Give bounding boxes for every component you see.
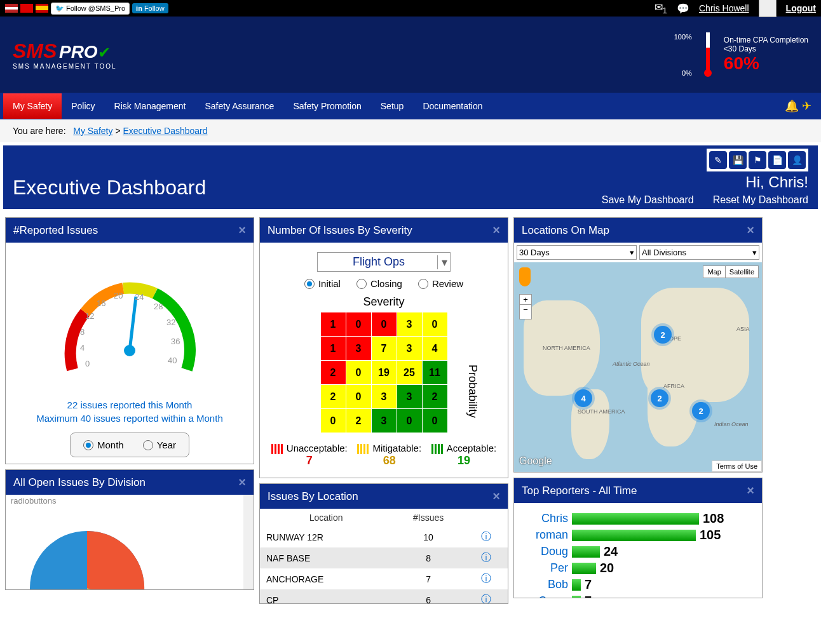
world-map[interactable]: NORTH AMERICA SOUTH AMERICA EUROPE AFRIC…: [514, 262, 762, 472]
matrix-cell[interactable]: 2: [320, 361, 346, 385]
doc-icon[interactable]: 📄: [768, 151, 786, 169]
info-icon[interactable]: ⓘ: [481, 531, 491, 542]
svg-text:28: 28: [154, 302, 163, 311]
map-pin[interactable]: 2: [654, 326, 672, 344]
edit-icon[interactable]: ✎: [709, 151, 727, 169]
matrix-cell[interactable]: 0: [371, 312, 397, 337]
matrix-cell[interactable]: 2: [320, 385, 346, 409]
matrix-cell[interactable]: 3: [346, 337, 371, 361]
svg-text:24: 24: [135, 292, 144, 302]
info-icon[interactable]: ⓘ: [481, 594, 491, 604]
matrix-cell[interactable]: 1: [320, 337, 346, 361]
zoom-control[interactable]: +−: [519, 294, 532, 319]
matrix-cell[interactable]: 0: [422, 312, 447, 337]
matrix-cell[interactable]: 2: [422, 385, 447, 409]
gauge-line2: Maximum 40 issues reported within a Mont…: [12, 413, 247, 424]
close-icon[interactable]: ×: [238, 223, 246, 238]
plane-icon[interactable]: ✈: [802, 99, 811, 113]
nav-item-policy[interactable]: Policy: [62, 93, 104, 119]
nav-item-setup[interactable]: Setup: [371, 93, 414, 119]
flag-us-icon[interactable]: [5, 4, 18, 13]
matrix-cell[interactable]: 11: [422, 361, 447, 385]
matrix-cell[interactable]: 3: [371, 385, 397, 409]
radio-closing[interactable]: Closing: [356, 278, 402, 289]
map-type-toggle[interactable]: MapSatellite: [703, 265, 759, 278]
matrix-cell[interactable]: 0: [320, 409, 346, 433]
reporter-row: Crazy7: [520, 594, 756, 598]
matrix-cell[interactable]: 3: [397, 385, 422, 409]
nav-item-risk-management[interactable]: Risk Management: [105, 93, 196, 119]
widget-issues-location: Issues By Location× Location#Issues RUNW…: [259, 483, 508, 604]
matrix-cell[interactable]: 4: [422, 337, 447, 361]
flag-cn-icon[interactable]: [20, 4, 33, 13]
matrix-cell[interactable]: 25: [397, 361, 422, 385]
matrix-cell[interactable]: 0: [346, 312, 371, 337]
mail-icon[interactable]: ✉1: [655, 1, 667, 15]
matrix-cell[interactable]: 2: [346, 409, 371, 433]
map-pin[interactable]: 2: [692, 402, 710, 420]
info-icon[interactable]: ⓘ: [481, 573, 491, 584]
info-icon[interactable]: ⓘ: [481, 552, 491, 563]
reporter-row: Per20: [520, 561, 756, 575]
matrix-cell[interactable]: 1: [320, 312, 346, 337]
flag-icon[interactable]: ⚑: [749, 151, 766, 169]
nav-item-my-safety[interactable]: My Safety: [3, 93, 62, 119]
table-row: NAF BASE8ⓘ: [260, 547, 508, 568]
breadcrumb-l1[interactable]: My Safety: [73, 126, 112, 136]
nav-item-safety-promotion[interactable]: Safety Promotion: [283, 93, 370, 119]
radio-review[interactable]: Review: [418, 278, 463, 289]
matrix-cell[interactable]: 3: [371, 409, 397, 433]
flag-es-icon[interactable]: [36, 4, 48, 13]
main-nav: My SafetyPolicyRisk ManagementSafety Ass…: [0, 93, 821, 119]
division-select[interactable]: Flight Ops ▾: [317, 252, 451, 272]
svg-text:20: 20: [114, 291, 123, 300]
close-icon[interactable]: ×: [747, 483, 754, 498]
map-pin[interactable]: 4: [574, 389, 592, 407]
breadcrumb-l2[interactable]: Executive Dashboard: [123, 126, 207, 136]
close-icon[interactable]: ×: [492, 489, 500, 504]
radio-month[interactable]: Month: [83, 439, 124, 450]
nav-item-safety-assurance[interactable]: Safety Assurance: [195, 93, 283, 119]
matrix-cell[interactable]: 19: [371, 361, 397, 385]
widget-top-reporters: Top Reporters - All Time× Chris108roman1…: [513, 478, 763, 598]
logout-link[interactable]: Logout: [786, 3, 816, 13]
twitter-follow-button[interactable]: 🐦Follow @SMS_Pro: [51, 3, 130, 15]
kpi-percent: 60%: [724, 53, 808, 74]
matrix-cell[interactable]: 0: [397, 409, 422, 433]
widget-title: Locations On Map: [522, 224, 609, 237]
matrix-cell[interactable]: 3: [397, 312, 422, 337]
widget-map: Locations On Map× 30 Days▾ All Divisions…: [513, 217, 763, 473]
widget-title: Number Of Issues By Severity: [268, 224, 412, 237]
kpi-subtitle: <30 Days: [724, 44, 808, 53]
nav-item-documentation[interactable]: Documentation: [413, 93, 492, 119]
map-pin[interactable]: 2: [651, 389, 668, 407]
scrollbar[interactable]: [243, 495, 254, 590]
matrix-cell[interactable]: 3: [397, 337, 422, 361]
close-icon[interactable]: ×: [747, 223, 754, 238]
table-row: RUNWAY 12R10ⓘ: [260, 527, 508, 547]
reset-dashboard-button[interactable]: Reset My Dashboard: [713, 194, 808, 206]
save-icon[interactable]: 💾: [729, 151, 747, 169]
save-dashboard-button[interactable]: Save My Dashboard: [602, 194, 694, 206]
avatar[interactable]: [759, 0, 777, 17]
username-link[interactable]: Chris Howell: [699, 3, 749, 13]
pegman-icon[interactable]: [519, 267, 531, 286]
close-icon[interactable]: ×: [492, 223, 500, 238]
linkedin-follow-button[interactable]: in Follow: [132, 3, 168, 13]
matrix-cell[interactable]: 0: [346, 361, 371, 385]
thermometer-icon: [702, 32, 714, 77]
close-icon[interactable]: ×: [238, 475, 246, 490]
matrix-cell[interactable]: 0: [346, 385, 371, 409]
map-period-select[interactable]: 30 Days▾: [517, 245, 637, 260]
matrix-cell[interactable]: 7: [371, 337, 397, 361]
reporter-row: Bob7: [520, 577, 756, 592]
terms-link[interactable]: Terms of Use: [712, 460, 762, 472]
radio-year[interactable]: Year: [143, 439, 176, 450]
chat-icon[interactable]: 💬: [677, 3, 689, 15]
radio-initial[interactable]: Initial: [304, 278, 341, 289]
user-icon[interactable]: 👤: [788, 151, 806, 169]
bell-icon[interactable]: 🔔: [785, 99, 799, 113]
map-division-select[interactable]: All Divisions▾: [639, 245, 759, 260]
widget-reported-issues: #Reported Issues× 0 4 8 12 16 20 24 28: [5, 217, 254, 464]
matrix-cell[interactable]: 0: [422, 409, 447, 433]
